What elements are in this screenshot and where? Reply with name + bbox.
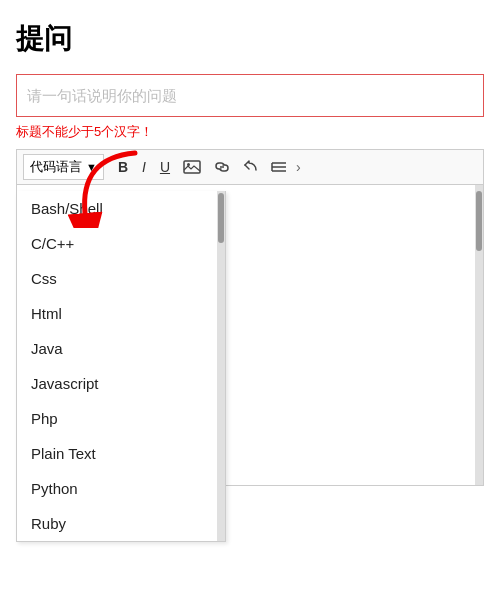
page-title: 提问 <box>16 20 484 58</box>
title-input[interactable] <box>16 74 484 117</box>
italic-button[interactable]: I <box>136 156 152 178</box>
dropdown-item-bash[interactable]: Bash/Shell <box>17 191 225 226</box>
undo-icon <box>243 160 259 174</box>
toolbar-more-icon: › <box>296 159 301 175</box>
code-language-label: 代码语言 <box>30 158 82 176</box>
dropdown-item-html[interactable]: Html <box>17 296 225 331</box>
dropdown-scrollbar[interactable] <box>217 191 225 541</box>
dropdown-item-php[interactable]: Php <box>17 401 225 436</box>
bold-button[interactable]: B <box>112 156 134 178</box>
error-message: 标题不能少于5个汉字！ <box>16 123 484 141</box>
undo-button[interactable] <box>238 157 264 177</box>
dropdown-item-css[interactable]: Css <box>17 261 225 296</box>
image-button[interactable] <box>178 157 206 177</box>
dropdown-item-java[interactable]: Java <box>17 331 225 366</box>
link-button[interactable] <box>208 157 236 177</box>
link-icon <box>213 160 231 174</box>
list-icon <box>271 160 287 174</box>
underline-button[interactable]: U <box>154 156 176 178</box>
dropdown-item-cpp[interactable]: C/C++ <box>17 226 225 261</box>
code-language-dropdown-menu: Bash/Shell C/C++ Css Html Java Javascrip… <box>16 191 226 542</box>
dropdown-item-plaintext[interactable]: Plain Text <box>17 436 225 471</box>
dropdown-item-python[interactable]: Python <box>17 471 225 506</box>
dropdown-item-javascript[interactable]: Javascript <box>17 366 225 401</box>
dropdown-item-ruby[interactable]: Ruby <box>17 506 225 541</box>
scrollbar-thumb <box>476 191 482 251</box>
image-icon <box>183 160 201 174</box>
editor-toolbar: 代码语言 ▼ B I U <box>16 149 484 184</box>
editor-scrollbar[interactable] <box>475 185 483 485</box>
dropdown-scrollbar-thumb <box>218 193 224 243</box>
chevron-down-icon: ▼ <box>86 161 97 173</box>
code-language-dropdown[interactable]: 代码语言 ▼ <box>23 154 104 180</box>
list-button[interactable] <box>266 157 292 177</box>
svg-point-1 <box>187 163 190 166</box>
